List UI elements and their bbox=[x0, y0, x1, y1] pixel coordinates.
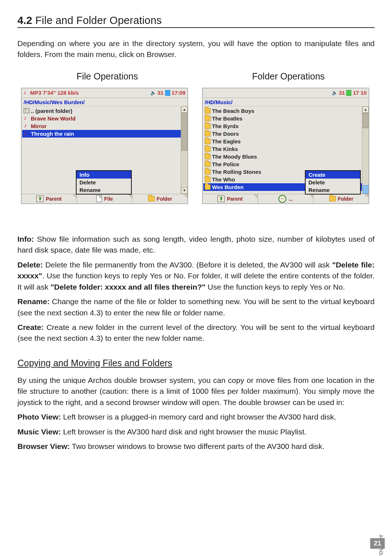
menu-item[interactable]: Rename bbox=[77, 186, 131, 194]
list-item[interactable]: The Eagles bbox=[203, 138, 362, 145]
list-item[interactable]: The Doors bbox=[203, 130, 362, 138]
music-note-icon bbox=[24, 90, 29, 96]
folder-icon bbox=[205, 177, 211, 182]
file-icon bbox=[96, 195, 102, 202]
list-item-label: The Byrds bbox=[212, 123, 238, 129]
folder-context-menu[interactable]: CreateDeleteRename bbox=[305, 170, 361, 195]
status-clock: 17:09 bbox=[172, 90, 185, 96]
list-item-label: The Rolling Stones bbox=[212, 169, 261, 175]
scrollbar[interactable]: ▲ bbox=[362, 106, 369, 194]
list-item-label: The Beatles bbox=[212, 115, 242, 122]
parent-folder-icon bbox=[24, 108, 29, 113]
folder-icon bbox=[205, 154, 211, 159]
list-item[interactable]: The Beatles bbox=[203, 115, 362, 122]
speaker-icon: 🔈 bbox=[150, 90, 156, 95]
list-item-label: The Doors bbox=[212, 131, 239, 137]
list-item[interactable]: The Moody Blues bbox=[203, 153, 362, 160]
music-note-icon bbox=[24, 131, 29, 136]
list-item-label: .. (parent folder) bbox=[31, 108, 72, 114]
parent-up-icon: ⬆ bbox=[36, 196, 44, 202]
copy-intro: By using the unique Archos double browse… bbox=[17, 375, 375, 408]
folder-icon bbox=[205, 108, 211, 114]
def-info: Info: Show file information such as song… bbox=[17, 234, 375, 256]
battery-percent: 31 bbox=[339, 90, 345, 96]
battery-icon bbox=[346, 90, 351, 96]
scroll-down-icon[interactable]: ▼ bbox=[181, 187, 188, 194]
folder-ops-screenshot: 🔈 31 17 10 /HD/Music/ The Beach BoysThe … bbox=[202, 88, 369, 204]
status-clock: 17 10 bbox=[353, 90, 367, 96]
list-item-label: Mirror bbox=[31, 123, 46, 129]
list-item-label: The Eagles bbox=[212, 138, 241, 144]
def-create: Create: Create a new folder in the curre… bbox=[17, 322, 375, 344]
list-item-label: Wes Burden bbox=[212, 184, 244, 190]
folder-icon bbox=[205, 146, 211, 152]
menu-item[interactable]: Info bbox=[77, 171, 131, 179]
intro-paragraph: Depending on where you are in the direct… bbox=[17, 38, 375, 60]
folder-icon bbox=[205, 116, 211, 121]
list-item[interactable]: .. (parent folder) bbox=[22, 107, 181, 115]
page-number-badge: 21 bbox=[370, 538, 385, 549]
battery-icon bbox=[165, 90, 170, 96]
file-context-menu[interactable]: InfoDeleteRename bbox=[76, 170, 132, 195]
list-item[interactable]: The Beach Boys bbox=[203, 107, 362, 115]
music-note-icon bbox=[24, 115, 29, 121]
battery-percent: 31 bbox=[158, 90, 164, 96]
menu-item[interactable]: Create bbox=[306, 171, 360, 179]
list-item-label: The Moody Blues bbox=[212, 154, 257, 160]
path-bar: /HD/Music/ bbox=[203, 98, 369, 106]
spin-button[interactable]: ⋯ ... bbox=[258, 194, 314, 204]
list-item-label: The Police bbox=[212, 161, 239, 167]
folder-button[interactable]: Folder bbox=[132, 194, 188, 204]
copy-move-heading: Copying and Moving Files and Folders bbox=[17, 358, 375, 368]
menu-item[interactable]: Delete bbox=[77, 179, 131, 186]
def-rename: Rename: Change the name of the file or f… bbox=[17, 296, 375, 318]
file-ops-heading: File Operations bbox=[21, 71, 193, 83]
scroll-up-icon[interactable]: ▲ bbox=[362, 106, 369, 113]
list-item[interactable]: The Kinks bbox=[203, 145, 362, 153]
list-item-label: The Who bbox=[212, 176, 235, 183]
list-item-label: Through the rain bbox=[31, 131, 74, 137]
section-heading: 4.2 File and Folder Operations bbox=[17, 15, 375, 28]
browser-view-line: Browser View: Two browser windows to bro… bbox=[17, 441, 375, 452]
file-button[interactable]: File bbox=[77, 194, 132, 204]
list-item-label: The Beach Boys bbox=[212, 108, 254, 114]
folder-icon bbox=[205, 131, 211, 136]
scrollbar[interactable]: ▲ ▼ bbox=[181, 106, 188, 194]
def-delete: Delete: Delete the file permanently from… bbox=[17, 259, 375, 293]
spin-icon: ⋯ bbox=[278, 195, 286, 203]
list-item[interactable]: Through the rain bbox=[22, 130, 181, 138]
parent-up-icon: ⬆ bbox=[217, 196, 225, 202]
list-item-label: Brave New World bbox=[31, 115, 75, 122]
folder-icon bbox=[329, 196, 336, 201]
list-item[interactable]: Brave New World bbox=[22, 115, 181, 122]
folder-icon bbox=[205, 162, 211, 167]
list-item[interactable]: The Police bbox=[203, 160, 362, 168]
folder-button[interactable]: Folder bbox=[314, 194, 369, 204]
folder-ops-heading: Folder Operations bbox=[202, 71, 375, 83]
folder-icon bbox=[205, 184, 211, 190]
list-item[interactable]: Mirror bbox=[22, 122, 181, 130]
path-bar: /HD/Music/Wes Burden/ bbox=[21, 98, 188, 106]
file-ops-screenshot: MP3 7'34" 128 kb/s 🔈 31 17:09 /HD/Music/… bbox=[21, 88, 188, 204]
menu-item[interactable]: Delete bbox=[306, 179, 360, 186]
folder-icon bbox=[205, 139, 211, 144]
music-note-icon bbox=[24, 123, 29, 129]
scroll-up-icon[interactable]: ▲ bbox=[181, 106, 188, 113]
menu-item[interactable]: Rename bbox=[306, 186, 360, 194]
photo-view-line: Photo View: Left browser is a plugged-in… bbox=[17, 412, 375, 422]
parent-button[interactable]: ⬆ Parent bbox=[203, 194, 258, 204]
speaker-icon: 🔈 bbox=[332, 90, 338, 95]
folder-icon bbox=[205, 123, 211, 129]
folder-icon bbox=[205, 169, 211, 175]
status-mp3-info: MP3 7'34" 128 kb/s bbox=[30, 90, 79, 96]
list-item[interactable]: The Byrds bbox=[203, 122, 362, 130]
parent-button[interactable]: ⬆ Parent bbox=[21, 194, 77, 204]
music-view-line: Music View: Left browser is the AV300 ha… bbox=[17, 426, 375, 437]
list-item-label: The Kinks bbox=[212, 146, 238, 152]
folder-icon bbox=[148, 196, 155, 201]
